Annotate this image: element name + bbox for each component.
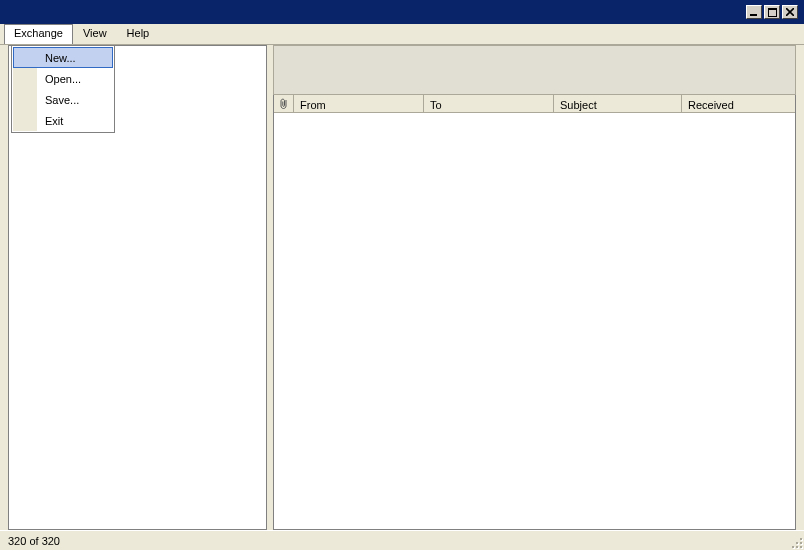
menu-option-save[interactable]: Save... [13,89,113,110]
menu-option-exit[interactable]: Exit [13,110,113,131]
message-list: From To Subject Received [273,95,796,530]
column-attachment[interactable] [274,95,294,113]
menu-option-new[interactable]: New... [13,47,113,68]
titlebar [0,0,804,24]
column-from[interactable]: From [294,95,424,113]
svg-rect-2 [768,8,777,10]
content-area: From To Subject Received [8,45,796,530]
status-text: 320 of 320 [8,535,60,547]
menu-view[interactable]: View [73,24,117,44]
menu-option-open[interactable]: Open... [13,68,113,89]
close-icon [786,8,794,16]
resize-grip[interactable] [789,535,802,548]
paperclip-icon [279,98,289,110]
column-headers: From To Subject Received [274,95,795,113]
column-subject[interactable]: Subject [554,95,682,113]
maximize-button[interactable] [764,5,780,19]
column-to[interactable]: To [424,95,554,113]
menu-exchange[interactable]: Exchange [4,24,73,44]
maximize-icon [768,8,777,17]
close-button[interactable] [782,5,798,19]
statusbar: 320 of 320 [0,530,804,550]
column-received[interactable]: Received [682,95,795,113]
minimize-button[interactable] [746,5,762,19]
svg-rect-0 [750,14,757,16]
right-pane: From To Subject Received [273,45,796,530]
menu-help[interactable]: Help [117,24,160,44]
menubar: Exchange View Help [0,24,804,45]
exchange-menu-dropdown: New... Open... Save... Exit [11,45,115,133]
minimize-icon [750,8,758,16]
right-pane-header [273,45,796,95]
